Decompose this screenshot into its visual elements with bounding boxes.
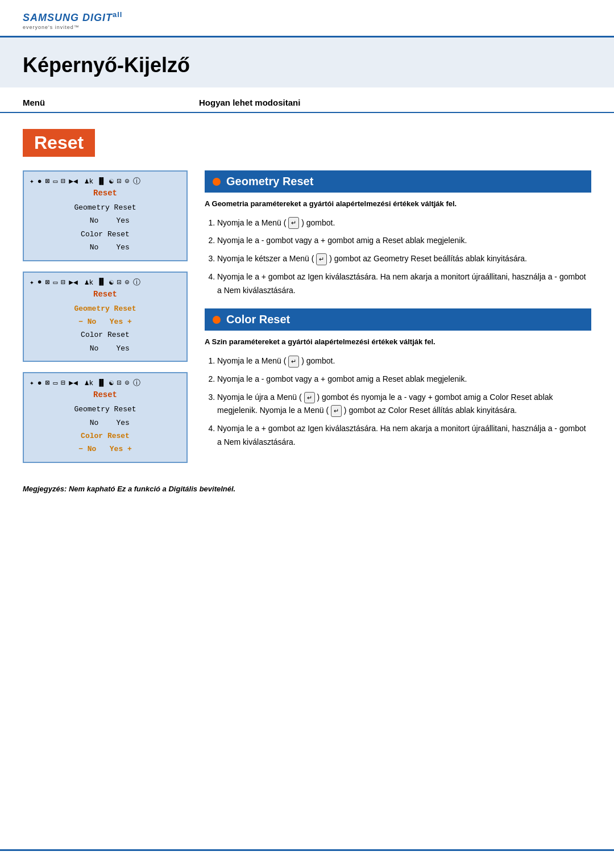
film-icon-2: ▶◀ (69, 278, 78, 287)
osd-reset-label-3: Reset (30, 390, 181, 399)
geometry-reset-heading: Geometry Reset (205, 170, 591, 193)
section-title: Reset (34, 132, 84, 153)
enter-icon-3: ↵ (288, 356, 299, 368)
wave-icon-2: ☯ (109, 278, 114, 287)
osd-box-1: ✦ ● ⊠ ▭ ⊟ ▶◀ ♟k ▐▌ ☯ ⊡ ⊙ ⓘ Reset Geometr… (23, 170, 188, 261)
sun-icon-2: ✦ (30, 278, 34, 287)
box2-icon: ⊡ (117, 177, 122, 186)
column-headers: Menü Hogyan lehet modositani (0, 87, 614, 113)
circle-icon: ● (38, 177, 42, 186)
color-step-2: Nyomja le a - gombot vagy a + gombot ami… (217, 373, 591, 386)
color-heading-text: Color Reset (226, 313, 290, 326)
sun-icon-3: ✦ (30, 378, 34, 387)
osd-icons-row-2: ✦ ● ⊠ ▭ ⊟ ▶◀ ♟k ▐▌ ☯ ⊡ ⊙ ⓘ (30, 277, 181, 287)
page-title-area: Képernyő-Kijelző (0, 37, 614, 87)
color-step-1: Nyomja le a Menü ( ↵ ) gombot. (217, 354, 591, 368)
bars-icon-3: ▐▌ (97, 379, 106, 387)
logo: SAMSUNG DIGITall everyone's invited™ (23, 10, 591, 30)
right-column: Geometry Reset A Geometria paramétereket… (205, 170, 591, 461)
osd-geo-text-1: Geometry Reset No Yes Color Reset No Yes (30, 201, 181, 254)
osd-box-3: ✦ ● ⊠ ▭ ⊟ ▶◀ ♟k ▐▌ ☯ ⊡ ⊙ ⓘ Reset Geometr… (23, 372, 188, 463)
osd-icons-row-1: ✦ ● ⊠ ▭ ⊟ ▶◀ ♟k ▐▌ ☯ ⊡ ⊙ ⓘ (30, 176, 181, 186)
geometry-subtitle: A Geometria paramétereket a gyártói alap… (205, 198, 591, 210)
bars-icon: ▐▌ (97, 177, 106, 186)
osd-reset-label-1: Reset (30, 189, 181, 198)
logo-sup: all (113, 10, 122, 19)
info-icon-3: ⓘ (133, 378, 140, 388)
enter-icon-5: ↵ (331, 405, 342, 417)
zoom-icon: ⊠ (45, 177, 50, 186)
geometry-steps: Nyomja le a Menü ( ↵ ) gombot. Nyomja le… (205, 216, 591, 298)
clock-icon-3: ⊙ (125, 378, 130, 387)
circle-icon-3: ● (38, 379, 42, 387)
rect-icon-3: ▭ (53, 378, 57, 387)
color-reset-heading: Color Reset (205, 308, 591, 331)
geometry-step-3: Nyomja le kétszer a Menü ( ↵ ) gombot az… (217, 252, 591, 266)
zoom-icon-2: ⊠ (45, 278, 50, 287)
osd-icons-row-3: ✦ ● ⊠ ▭ ⊟ ▶◀ ♟k ▐▌ ☯ ⊡ ⊙ ⓘ (30, 378, 181, 388)
bars-icon-2: ▐▌ (97, 278, 106, 286)
bottom-rule (0, 849, 614, 851)
wave-icon: ☯ (109, 177, 114, 186)
monitor-icon: ⊟ (61, 177, 65, 186)
osd-reset-label-2: Reset (30, 290, 181, 299)
info-icon-2: ⓘ (133, 277, 140, 287)
clock-icon-2: ⊙ (125, 278, 130, 287)
two-col-layout: ✦ ● ⊠ ▭ ⊟ ▶◀ ♟k ▐▌ ☯ ⊡ ⊙ ⓘ Reset Geometr… (23, 170, 591, 473)
geometry-dot (213, 178, 221, 186)
box2-icon-3: ⊡ (117, 378, 122, 387)
color-step-4: Nyomja le a + gombot az Igen kiválasztás… (217, 422, 591, 449)
section-title-bar: Reset (23, 129, 95, 157)
person-icon-3: ♟k (85, 378, 94, 387)
left-column: ✦ ● ⊠ ▭ ⊟ ▶◀ ♟k ▐▌ ☯ ⊡ ⊙ ⓘ Reset Geometr… (23, 170, 188, 473)
rect-icon: ▭ (53, 177, 57, 186)
info-icon: ⓘ (133, 176, 140, 186)
geometry-step-2: Nyomja le a - gombot vagy a + gombot ami… (217, 234, 591, 248)
rect-icon-2: ▭ (53, 278, 57, 287)
film-icon-3: ▶◀ (69, 378, 78, 387)
geometry-step-4: Nyomja le a + gombot az Igen kiválasztás… (217, 270, 591, 298)
film-icon: ▶◀ (69, 177, 78, 186)
color-step-3: Nyomja le újra a Menü ( ↵ ) gombot és ny… (217, 391, 591, 418)
enter-icon-1: ↵ (288, 217, 299, 229)
person-icon: ♟k (85, 177, 94, 186)
monitor-icon-2: ⊟ (61, 278, 65, 287)
enter-icon-2: ↵ (316, 253, 327, 265)
osd-geo-text-2: Geometry Reset − No Yes + (30, 302, 181, 329)
circle-icon-2: ● (38, 278, 42, 286)
osd-geo-text-3: Geometry Reset No Yes (30, 403, 181, 429)
color-dot (213, 316, 221, 324)
monitor-icon-3: ⊟ (61, 378, 65, 387)
wave-icon-3: ☯ (109, 378, 114, 387)
color-subtitle: A Szin paramétereket a gyártói alapértel… (205, 336, 591, 348)
page-title: Képernyő-Kijelző (23, 53, 591, 77)
color-steps: Nyomja le a Menü ( ↵ ) gombot. Nyomja le… (205, 354, 591, 449)
logo-sub: everyone's invited™ (23, 24, 591, 30)
sun-icon: ✦ (30, 177, 34, 186)
geometry-heading-text: Geometry Reset (226, 175, 313, 188)
person-icon-2: ♟k (85, 278, 94, 287)
geometry-step-1: Nyomja le a Menü ( ↵ ) gombot. (217, 216, 591, 230)
header: SAMSUNG DIGITall everyone's invited™ (0, 0, 614, 37)
logo-text: SAMSUNG DIGITall (23, 10, 591, 24)
main-content: Reset ✦ ● ⊠ ▭ ⊟ ▶◀ ♟k ▐▌ ☯ ⊡ ⊙ (0, 113, 614, 493)
col-how-header: Hogyan lehet modositani (199, 98, 591, 107)
osd-color-text-2: Color Reset No Yes (30, 328, 181, 355)
osd-box-2: ✦ ● ⊠ ▭ ⊟ ▶◀ ♟k ▐▌ ☯ ⊡ ⊙ ⓘ Reset Geometr… (23, 272, 188, 362)
clock-icon: ⊙ (125, 177, 130, 186)
osd-color-text-3: Color Reset − No Yes + (30, 429, 181, 456)
col-menu-header: Menü (23, 98, 199, 107)
box2-icon-2: ⊡ (117, 278, 122, 287)
enter-icon-4: ↵ (304, 392, 315, 404)
zoom-icon-3: ⊠ (45, 378, 50, 387)
note-text: Megjegyzés: Nem kapható Ez a funkció a D… (23, 485, 591, 493)
